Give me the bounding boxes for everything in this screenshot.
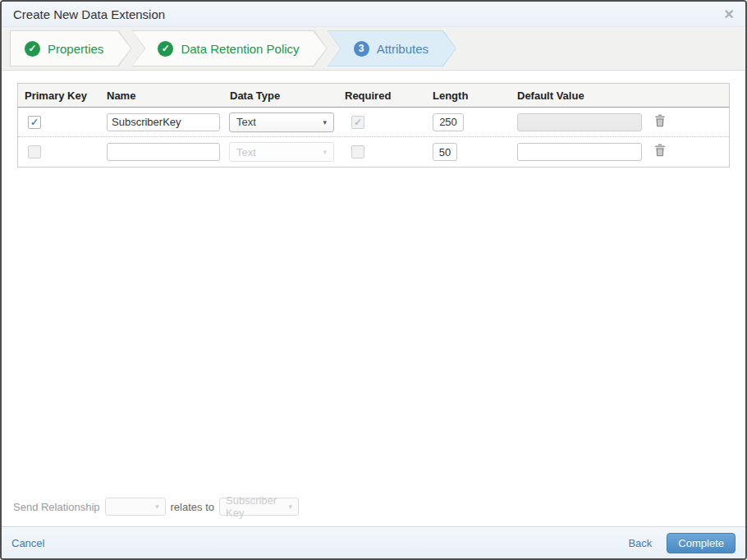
- data-type-value: Text: [236, 146, 256, 158]
- primary-key-checkbox[interactable]: [28, 145, 41, 158]
- name-input[interactable]: [107, 113, 220, 131]
- send-relationship-label: Send Relationship: [13, 501, 100, 513]
- modal-title: Create New Data Extension: [13, 7, 165, 21]
- subscriber-key-value: Subscriber Key: [226, 494, 288, 519]
- cancel-button[interactable]: Cancel: [11, 537, 44, 549]
- table-row: ✓ Text ▾ ✓: [18, 108, 729, 137]
- step-number-icon: 3: [354, 41, 369, 57]
- name-input[interactable]: [107, 143, 220, 161]
- wizard-step-attributes[interactable]: 3 Attributes: [328, 30, 456, 67]
- step-label: Data Retention Policy: [181, 42, 299, 56]
- step-label: Attributes: [377, 42, 428, 56]
- wizard-step-data-retention-policy[interactable]: ✓ Data Retention Policy: [131, 30, 327, 67]
- attributes-table: Primary Key Name Data Type Required Leng…: [17, 83, 730, 168]
- create-data-extension-modal: Create New Data Extension × ✓ Properties…: [0, 0, 747, 560]
- default-value-input[interactable]: [517, 143, 642, 161]
- length-input[interactable]: [433, 143, 457, 161]
- complete-button[interactable]: Complete: [667, 533, 736, 553]
- column-header-primary-key: Primary Key: [18, 90, 100, 102]
- modal-titlebar: Create New Data Extension ×: [2, 2, 745, 27]
- column-header-default-value: Default Value: [511, 90, 646, 102]
- default-value-input: [517, 113, 642, 131]
- column-header-required: Required: [338, 90, 426, 102]
- step-label: Properties: [48, 42, 103, 56]
- table-header-row: Primary Key Name Data Type Required Leng…: [18, 84, 729, 108]
- column-header-length: Length: [426, 90, 511, 102]
- data-type-select: Text ▾: [229, 142, 334, 162]
- close-icon[interactable]: ×: [724, 6, 734, 22]
- chevron-down-icon: ▾: [288, 503, 292, 511]
- data-type-select[interactable]: Text ▾: [229, 112, 334, 132]
- back-button[interactable]: Back: [628, 537, 652, 549]
- send-relationship-section: Send Relationship ▾ relates to Subscribe…: [13, 497, 745, 516]
- check-circle-icon: ✓: [25, 41, 40, 57]
- required-checkbox[interactable]: [351, 145, 364, 158]
- length-input[interactable]: [433, 113, 464, 131]
- table-row: Text ▾: [18, 137, 729, 167]
- wizard-step-properties[interactable]: ✓ Properties: [10, 30, 131, 67]
- chevron-down-icon: ▾: [323, 118, 327, 126]
- chevron-down-icon: ▾: [155, 503, 159, 511]
- primary-key-checkbox[interactable]: ✓: [28, 116, 41, 129]
- relates-to-label: relates to: [171, 501, 214, 513]
- content-spacer: [2, 168, 745, 497]
- data-type-value: Text: [236, 116, 256, 128]
- modal-footer: Cancel Back Complete: [2, 526, 745, 558]
- modal-content: Primary Key Name Data Type Required Leng…: [2, 71, 745, 526]
- wizard-steps-bar: ✓ Properties ✓ Data Retention Policy 3 A…: [2, 27, 745, 71]
- delete-row-icon[interactable]: [654, 114, 666, 127]
- required-checkbox: ✓: [351, 116, 364, 129]
- send-relationship-field-select: ▾: [105, 498, 166, 516]
- column-header-name: Name: [100, 90, 223, 102]
- column-header-data-type: Data Type: [223, 90, 338, 102]
- delete-row-icon[interactable]: [654, 144, 666, 157]
- chevron-down-icon: ▾: [323, 148, 327, 156]
- subscriber-key-select: Subscriber Key ▾: [219, 498, 299, 516]
- check-circle-icon: ✓: [158, 41, 173, 57]
